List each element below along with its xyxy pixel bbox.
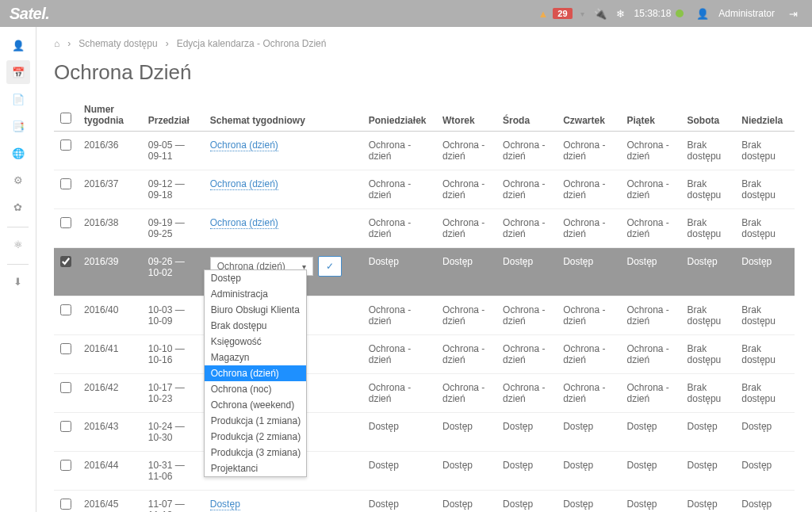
cell-day: Brak dostępu [681,296,736,335]
alert-icon[interactable]: ▲ [538,8,548,20]
nav-users-icon[interactable]: 👤 [6,33,30,57]
nav-files-icon[interactable]: 📑 [6,114,30,138]
select-all-checkbox[interactable] [60,113,71,124]
row-checkbox[interactable] [60,382,71,393]
cell-range: 09-19 — 09-25 [142,209,204,248]
cell-week: 2016/36 [78,132,142,170]
row-checkbox[interactable] [60,421,71,432]
nav-globe-icon[interactable]: 🌐 [6,141,30,165]
cell-day: Dostęp [557,491,620,513]
dropdown-option[interactable]: Projektanci [205,460,306,476]
cell-day: Brak dostępu [735,209,795,248]
row-checkbox[interactable] [60,343,71,354]
cell-day: Ochrona - dzień [557,374,620,413]
schema-link[interactable]: Ochrona (dzień) [210,217,278,229]
cell-week: 2016/43 [78,413,142,452]
cell-day: Dostęp [436,248,496,296]
cell-day: Ochrona - dzień [362,209,436,248]
dropdown-option[interactable]: Biuro Obsługi Klienta [205,302,306,318]
cell-day: Ochrona - dzień [557,209,620,248]
nav-calendar-icon[interactable]: 📅 [6,60,30,84]
schema-link[interactable]: Dostęp [210,499,240,510]
schema-dropdown-menu: DostępAdministracjaBiuro Obsługi Klienta… [204,269,307,477]
row-checkbox[interactable] [60,217,71,228]
dropdown-option[interactable]: Ochrona (noc) [205,381,306,397]
schema-link[interactable]: Ochrona (dzień) [210,178,278,190]
home-icon[interactable]: ⌂ [54,38,59,49]
row-checkbox[interactable] [60,178,71,189]
cell-week: 2016/40 [78,296,142,335]
nav-gear-icon[interactable]: ✿ [6,195,30,219]
dropdown-option[interactable]: Administracja [205,286,306,302]
dropdown-option[interactable]: Księgowość [205,334,306,350]
col-range: Przedział [142,99,204,132]
dropdown-option[interactable]: Produkcja (3 zmiana) [205,445,306,460]
cell-day: Brak dostępu [735,296,795,335]
col-fri: Piątek [620,99,680,132]
dropdown-option[interactable]: Ochrona (dzień) [205,365,306,381]
table-row[interactable]: 2016/3609-05 — 09-11Ochrona (dzień)Ochro… [54,132,795,170]
table-row[interactable]: 2016/4010-03 — 10-09Ochrona (dzień)Ochro… [54,296,795,335]
alert-dropdown-caret[interactable] [577,10,584,18]
cell-day: Ochrona - dzień [496,335,557,374]
nav-settings-icon[interactable]: ⚙ [6,168,30,192]
nav-document-icon[interactable]: 📄 [6,87,30,111]
cell-range: 10-03 — 10-09 [142,296,204,335]
cell-day: Brak dostępu [735,335,795,374]
cell-day: Ochrona - dzień [620,296,680,335]
dropdown-option[interactable]: Magazyn [205,350,306,365]
cell-day: Brak dostępu [735,132,795,170]
cell-range: 10-17 — 10-23 [142,374,204,413]
cell-day: Ochrona - dzień [557,335,620,374]
col-sun: Niedziela [735,99,795,132]
row-checkbox[interactable] [60,139,71,151]
cell-day: Dostęp [496,452,557,491]
row-checkbox[interactable] [60,304,71,315]
col-mon: Poniedziałek [362,99,436,132]
schema-link[interactable]: Ochrona (dzień) [210,139,278,151]
table-row[interactable]: 2016/4410-31 — 11-06DostępDostępDostępDo… [54,452,795,491]
table-row[interactable]: 2016/3909-26 — 10-02Ochrona (dzień)▾✓✖Do… [54,248,795,296]
cell-day: Ochrona - dzień [620,209,680,248]
cell-day: Ochrona - dzień [496,170,557,209]
user-label[interactable]: Administrator [718,8,775,19]
breadcrumb-link-1[interactable]: Schematy dostępu [79,38,157,49]
dropdown-option[interactable]: Produkcja (1 zmiana) [205,413,306,429]
cell-range: 10-10 — 10-16 [142,335,204,374]
cell-day: Dostęp [681,491,736,513]
cell-day: Dostęp [362,413,436,452]
table-row[interactable]: 2016/3709-12 — 09-18Ochrona (dzień)Ochro… [54,170,795,209]
dropdown-option[interactable]: Dostęp [205,270,306,286]
plug-icon[interactable]: 🔌 [594,8,607,20]
cell-day: Ochrona - dzień [362,170,436,209]
row-checkbox[interactable] [60,460,71,471]
col-schema: Schemat tygodniowy [204,99,362,132]
snowflake-icon[interactable]: ❄ [616,8,625,20]
dropdown-option[interactable]: Produkcja (2 zmiana) [205,429,306,445]
logout-icon[interactable]: ⇥ [789,8,798,20]
cell-day: Ochrona - dzień [620,132,680,170]
cell-week: 2016/45 [78,491,142,513]
cell-day: Dostęp [496,248,557,296]
cell-week: 2016/41 [78,335,142,374]
cell-day: Ochrona - dzień [362,374,436,413]
cell-day: Dostęp [436,452,496,491]
table-row[interactable]: 2016/4210-17 — 10-23Ochrona (dzień)Ochro… [54,374,795,413]
row-checkbox[interactable] [60,256,71,267]
table-row[interactable]: 2016/4310-24 — 10-30DostępDostępDostępDo… [54,413,795,452]
cell-day: Brak dostępu [681,132,736,170]
table-row[interactable]: 2016/4110-10 — 10-16Ochrona (dzień)Ochro… [54,335,795,374]
row-checkbox[interactable] [60,499,71,510]
alert-badge[interactable]: 29 [553,8,572,19]
cell-day: Ochrona - dzień [496,132,557,170]
cell-day: Dostęp [620,491,680,513]
table-row[interactable]: 2016/4511-07 — 11-13DostępDostępDostępDo… [54,491,795,513]
cell-day: Ochrona - dzień [362,296,436,335]
main-content: ⌂ › Schematy dostępu › Edycja kalendarza… [36,27,812,512]
table-row[interactable]: 2016/3809-19 — 09-25Ochrona (dzień)Ochro… [54,209,795,248]
dropdown-option[interactable]: Ochrona (weekend) [205,397,306,413]
nav-download-icon[interactable]: ⬇ [6,269,30,293]
nav-network-icon[interactable]: ⚛ [6,232,30,256]
dropdown-option[interactable]: Brak dostępu [205,318,306,334]
confirm-button[interactable]: ✓ [318,256,342,277]
